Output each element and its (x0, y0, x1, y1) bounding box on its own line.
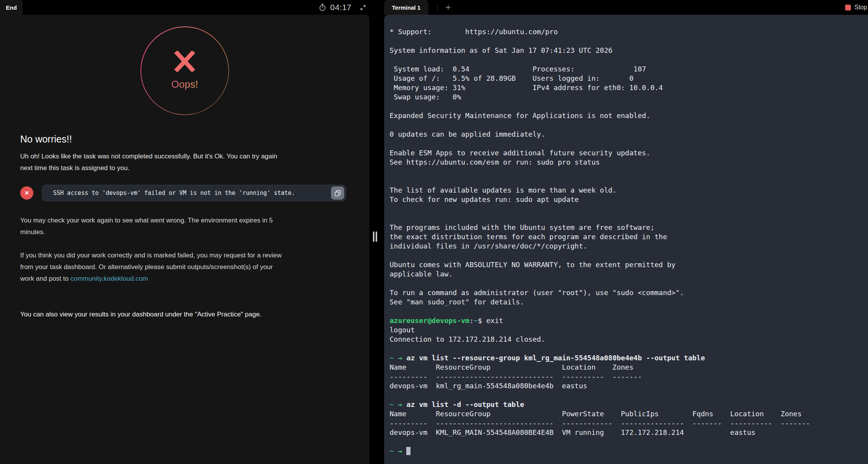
error-message-text: SSH access to 'devops-vm' failed or VM i… (53, 189, 331, 196)
tab-terminal-1-label: Terminal 1 (392, 4, 421, 11)
error-message-box: SSH access to 'devops-vm' failed or VM i… (42, 185, 346, 201)
review-note: If you think you did your work correctly… (20, 250, 348, 285)
prompt-arrow-icon: → (398, 447, 407, 455)
prompt-arrow-icon: → (398, 400, 407, 408)
error-badge-icon: × (20, 186, 33, 200)
results-dashboard-note: You can also view your results in your d… (20, 309, 348, 320)
result-panel: Oops! No worries!! Uh oh! Looks like the… (0, 15, 369, 464)
new-terminal-button[interactable]: + (442, 0, 454, 15)
error-message-row: × SSH access to 'devops-vm' failed or VM… (20, 185, 346, 201)
check-note-line: You may check your work again to see wha… (20, 215, 348, 226)
ssh-prompt-colon: : (470, 316, 474, 325)
stop-button[interactable]: Stop (845, 0, 867, 15)
result-intro-line: Uh oh! Looks like the task was not compl… (20, 151, 348, 162)
result-intro: Uh oh! Looks like the task was not compl… (20, 151, 348, 174)
timer-value: 04:17 (330, 3, 352, 12)
result-intro-line: next time this task is assigned to you. (20, 162, 348, 174)
expand-icon[interactable] (360, 4, 366, 11)
vm-table-1: Name ResourceGroup Location Zones ------… (390, 363, 642, 390)
resize-bar (373, 231, 374, 242)
app-root: { "top_bar": { "end_label": "End", "time… (0, 0, 868, 464)
check-note-line: minutes. (20, 226, 348, 238)
check-note: You may check your work again to see wha… (20, 215, 348, 238)
tab-divider (437, 4, 438, 10)
panel-resize-handle[interactable] (373, 231, 377, 242)
ssh-prompt-suffix: $ (478, 316, 487, 325)
review-note-line: If you think you did your work correctly… (20, 250, 348, 261)
end-button[interactable]: End (0, 0, 23, 15)
vm-table-2: Name ResourceGroup PowerState PublicIps … (390, 410, 810, 436)
status-circle-inner: Oops! (141, 27, 229, 115)
prompt-cwd: ~ (390, 354, 398, 362)
end-button-label: End (6, 4, 17, 11)
terminal-cursor (406, 447, 411, 455)
tab-terminal-1[interactable]: Terminal 1 (384, 0, 428, 15)
session-timer: 04:17 (319, 0, 366, 15)
logout-text: logout Connection to 172.172.218.214 clo… (390, 326, 545, 343)
ssh-prompt-user: azureuser@devops-vm (390, 316, 470, 325)
resize-bar (376, 231, 377, 242)
copy-icon (334, 190, 341, 196)
ssh-prompt-home: ~ (474, 316, 478, 325)
prompt-cwd: ~ (390, 447, 398, 455)
oops-label: Oops! (171, 78, 198, 90)
stop-button-label: Stop (854, 4, 867, 11)
review-note-line-text: work and post to (20, 275, 70, 282)
az-list-d-command: az vm list -d --output table (406, 400, 524, 408)
az-list-command: az vm list --resource-group kml_rg_main-… (406, 354, 705, 362)
copy-button[interactable] (331, 186, 344, 200)
review-note-line: work and post to community.kodekloud.com (20, 273, 348, 285)
terminal-output[interactable]: * Support: https://ubuntu.com/pro System… (384, 15, 868, 456)
prompt-cwd: ~ (390, 400, 398, 408)
top-bar: End 04:17 Terminal 1 + Stop (0, 0, 868, 15)
error-x-icon (173, 51, 196, 72)
motd-text: * Support: https://ubuntu.com/pro System… (390, 28, 684, 306)
stopwatch-icon (319, 3, 326, 11)
result-heading: No worries!! (20, 134, 72, 145)
stop-icon (845, 5, 851, 10)
prompt-arrow-icon: → (398, 354, 407, 362)
terminal-panel: * Support: https://ubuntu.com/pro System… (384, 15, 868, 464)
plus-icon: + (445, 2, 451, 13)
status-circle: Oops! (140, 26, 229, 115)
ssh-exit-command: exit (486, 316, 503, 325)
community-link[interactable]: community.kodekloud.com (70, 275, 148, 282)
review-note-line: from your task dashboard. Or alternative… (20, 261, 348, 273)
